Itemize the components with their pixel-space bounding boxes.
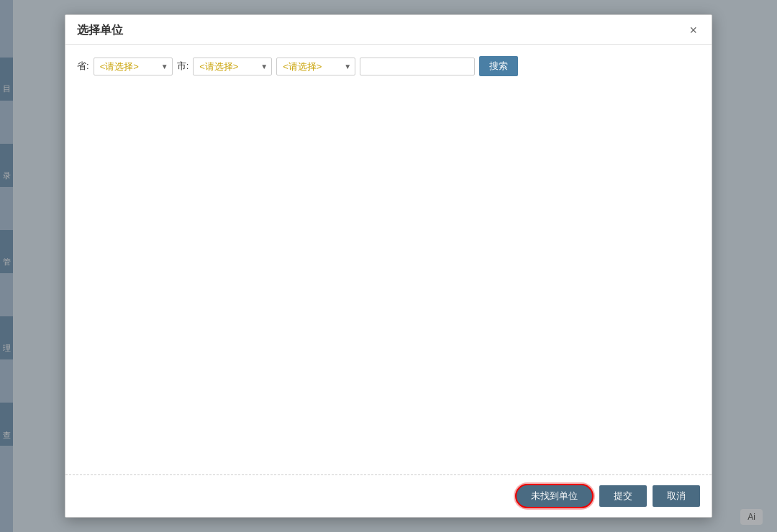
province-select[interactable]: <请选择> bbox=[94, 58, 173, 75]
search-button[interactable]: 搜索 bbox=[479, 56, 518, 76]
city-label: 市: bbox=[177, 60, 189, 73]
close-button[interactable]: × bbox=[686, 22, 700, 38]
province-label: 省: bbox=[77, 60, 89, 73]
filter-row: 省: <请选择> ▼ 市: <请选择> ▼ <请选择> ▼ bbox=[77, 56, 700, 76]
not-found-button[interactable]: 未找到单位 bbox=[515, 484, 594, 508]
cancel-button[interactable]: 取消 bbox=[653, 485, 700, 507]
district-select-wrapper: <请选择> ▼ bbox=[276, 58, 355, 75]
dialog-title: 选择单位 bbox=[77, 23, 123, 38]
district-select[interactable]: <请选择> bbox=[276, 58, 355, 75]
dialog-footer: 未找到单位 提交 取消 bbox=[65, 474, 712, 517]
city-select[interactable]: <请选择> bbox=[193, 58, 272, 75]
search-input[interactable] bbox=[360, 58, 475, 75]
select-unit-dialog: 选择单位 × 省: <请选择> ▼ 市: <请选择> ▼ <请选择> bbox=[65, 14, 712, 518]
submit-button[interactable]: 提交 bbox=[599, 485, 647, 507]
province-select-wrapper: <请选择> ▼ bbox=[94, 58, 173, 75]
city-select-wrapper: <请选择> ▼ bbox=[193, 58, 272, 75]
dialog-header: 选择单位 × bbox=[65, 15, 712, 45]
dialog-body: 省: <请选择> ▼ 市: <请选择> ▼ <请选择> ▼ bbox=[65, 45, 712, 474]
